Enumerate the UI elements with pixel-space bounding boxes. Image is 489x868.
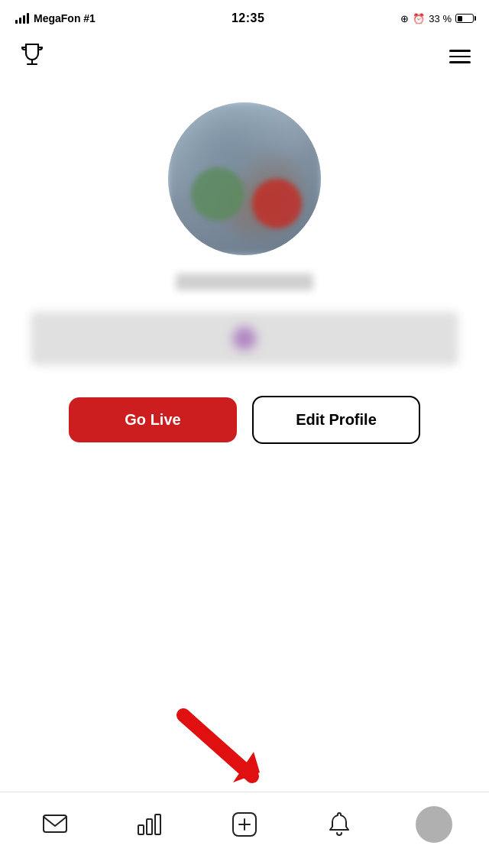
header (0, 34, 489, 79)
carrier-name: MegaFon #1 (34, 12, 96, 24)
svg-rect-6 (147, 819, 152, 834)
trophy-icon[interactable] (18, 41, 46, 73)
main-content: Go Live Edit Profile (0, 79, 489, 792)
nav-item-stats[interactable] (102, 805, 197, 844)
add-icon (225, 805, 264, 844)
nav-item-profile[interactable] (387, 805, 481, 844)
avatar (168, 102, 321, 255)
battery-icon (455, 14, 474, 23)
bottom-nav (0, 792, 489, 868)
svg-line-2 (183, 715, 252, 776)
profile-avatar-icon (414, 805, 454, 844)
svg-rect-4 (44, 815, 66, 832)
status-left: MegaFon #1 (15, 12, 96, 24)
arrow-area (168, 490, 321, 792)
status-bar: MegaFon #1 12:35 ⊕ ⏰ 33 % (0, 0, 489, 34)
edit-profile-button[interactable]: Edit Profile (252, 396, 420, 444)
svg-rect-7 (155, 815, 160, 834)
signal-icon (15, 13, 29, 24)
stats-icon (130, 805, 170, 844)
location-icon: ⊕ (400, 13, 409, 24)
nav-item-messages[interactable] (8, 805, 102, 844)
stats-bar (31, 312, 458, 365)
alarm-icon: ⏰ (413, 13, 425, 24)
hamburger-menu-icon[interactable] (449, 50, 471, 63)
bell-icon (319, 805, 359, 844)
status-time: 12:35 (232, 11, 264, 25)
username (176, 274, 313, 290)
nav-item-add[interactable] (197, 805, 292, 844)
action-buttons: Go Live Edit Profile (69, 396, 420, 444)
red-arrow-icon (168, 700, 275, 792)
battery-percent: 33 % (429, 13, 452, 24)
status-right: ⊕ ⏰ 33 % (400, 13, 474, 24)
nav-item-notifications[interactable] (292, 805, 387, 844)
profile-section: Go Live Edit Profile (15, 79, 474, 490)
go-live-button[interactable]: Go Live (69, 397, 237, 442)
svg-rect-5 (138, 825, 144, 834)
messages-icon (35, 805, 75, 844)
